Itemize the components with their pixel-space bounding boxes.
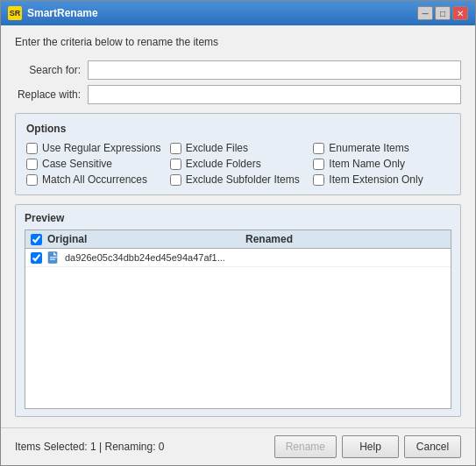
content-area: Enter the criteria below to rename the i… bbox=[1, 25, 475, 427]
rename-button[interactable]: Rename bbox=[274, 435, 337, 458]
search-replace-form: Search for: Replace with: bbox=[15, 60, 461, 104]
preview-filename: da926e05c34dbb24ed45e94a47af1... bbox=[65, 252, 225, 263]
status-bar: Items Selected: 1 | Renaming: 0 Rename H… bbox=[1, 427, 475, 465]
options-group: Options Use Regular Expressions Exclude … bbox=[15, 113, 461, 195]
svg-rect-2 bbox=[50, 257, 57, 258]
checkbox-item-name-only-label: Item Name Only bbox=[329, 158, 405, 170]
instruction-text: Enter the criteria below to rename the i… bbox=[15, 36, 461, 48]
preview-original-header: Original bbox=[47, 233, 240, 245]
main-window: SR SmartRename ─ □ ✕ Enter the criteria … bbox=[0, 0, 476, 466]
title-bar: SR SmartRename ─ □ ✕ bbox=[1, 1, 475, 25]
maximize-button[interactable]: □ bbox=[435, 6, 451, 20]
checkbox-exclude-subfolder-input[interactable] bbox=[170, 174, 181, 186]
replace-label: Replace with: bbox=[15, 88, 81, 101]
cancel-button[interactable]: Cancel bbox=[404, 435, 461, 458]
minimize-button[interactable]: ─ bbox=[417, 6, 433, 20]
checkbox-match-all-label: Match All Occurrences bbox=[42, 173, 147, 186]
preview-title: Preview bbox=[25, 212, 451, 224]
preview-table: Original Renamed bbox=[25, 229, 451, 409]
checkbox-exclude-folders-input[interactable] bbox=[170, 159, 181, 170]
options-title: Options bbox=[26, 123, 450, 135]
search-label: Search for: bbox=[15, 64, 81, 76]
checkbox-case-sensitive-label: Case Sensitive bbox=[42, 158, 112, 170]
checkbox-exclude-folders[interactable]: Exclude Folders bbox=[170, 158, 307, 170]
checkbox-item-name-only[interactable]: Item Name Only bbox=[313, 158, 450, 170]
checkbox-match-all-input[interactable] bbox=[26, 174, 38, 186]
checkbox-enumerate-items-label: Enumerate Items bbox=[329, 142, 409, 154]
checkbox-item-ext-only-input[interactable] bbox=[313, 174, 324, 186]
checkbox-case-sensitive-input[interactable] bbox=[26, 159, 38, 170]
checkbox-use-regex-input[interactable] bbox=[26, 143, 38, 154]
checkbox-exclude-files-input[interactable] bbox=[170, 143, 181, 154]
status-text: Items Selected: 1 | Renaming: 0 bbox=[15, 441, 165, 453]
title-buttons: ─ □ ✕ bbox=[417, 6, 468, 20]
action-buttons: Rename Help Cancel bbox=[274, 435, 461, 458]
preview-row-checkbox[interactable] bbox=[31, 252, 42, 264]
help-button[interactable]: Help bbox=[342, 435, 399, 458]
checkbox-item-name-only-input[interactable] bbox=[313, 159, 324, 170]
file-icon bbox=[47, 251, 60, 264]
replace-input[interactable] bbox=[88, 85, 461, 104]
window-title: SmartRename bbox=[27, 7, 98, 19]
options-grid: Use Regular Expressions Exclude Files En… bbox=[26, 142, 450, 186]
checkbox-exclude-files[interactable]: Exclude Files bbox=[170, 142, 307, 154]
checkbox-match-all[interactable]: Match All Occurrences bbox=[26, 173, 163, 186]
close-button[interactable]: ✕ bbox=[452, 6, 468, 20]
title-bar-left: SR SmartRename bbox=[8, 6, 98, 20]
preview-group: Preview Original Renamed bbox=[15, 204, 461, 417]
checkbox-use-regex-label: Use Regular Expressions bbox=[42, 142, 160, 154]
checkbox-item-ext-only-label: Item Extension Only bbox=[329, 173, 423, 186]
checkbox-use-regex[interactable]: Use Regular Expressions bbox=[26, 142, 163, 154]
preview-header: Original Renamed bbox=[25, 230, 451, 249]
svg-rect-3 bbox=[50, 259, 55, 261]
checkbox-item-ext-only[interactable]: Item Extension Only bbox=[313, 173, 450, 186]
search-input[interactable] bbox=[88, 60, 461, 80]
checkbox-enumerate-items-input[interactable] bbox=[313, 143, 324, 154]
checkbox-exclude-subfolder-label: Exclude Subfolder Items bbox=[186, 173, 300, 186]
search-row: Search for: bbox=[15, 60, 461, 80]
app-icon: SR bbox=[8, 6, 22, 20]
table-row: da926e05c34dbb24ed45e94a47af1... bbox=[25, 249, 451, 267]
checkbox-case-sensitive[interactable]: Case Sensitive bbox=[26, 158, 163, 170]
preview-select-all-checkbox[interactable] bbox=[31, 234, 42, 245]
checkbox-enumerate-items[interactable]: Enumerate Items bbox=[313, 142, 450, 154]
replace-row: Replace with: bbox=[15, 85, 461, 104]
checkbox-exclude-subfolder[interactable]: Exclude Subfolder Items bbox=[170, 173, 307, 186]
checkbox-exclude-files-label: Exclude Files bbox=[186, 142, 248, 154]
checkbox-exclude-folders-label: Exclude Folders bbox=[186, 158, 261, 170]
preview-renamed-header: Renamed bbox=[245, 233, 445, 245]
preview-body: da926e05c34dbb24ed45e94a47af1... bbox=[25, 249, 451, 408]
